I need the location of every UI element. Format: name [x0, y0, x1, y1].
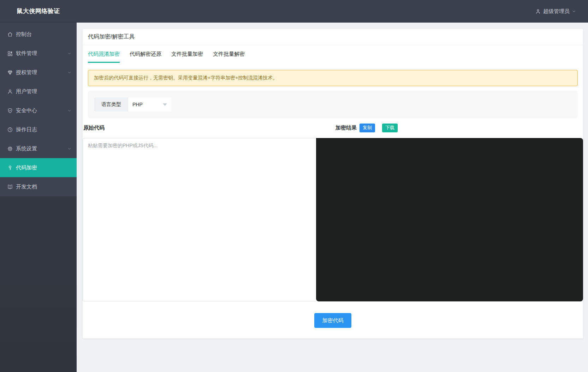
sidebar-item-label: 代码加密	[16, 164, 37, 171]
user-name: 超级管理员	[543, 8, 570, 15]
user-icon	[7, 89, 13, 95]
apps-icon	[7, 50, 13, 56]
tool-card: 代码加密/解密工具 代码混淆加密 代码解密还原 文件批量加密 文件批量解密 加密…	[83, 29, 583, 338]
result-label: 加密结果	[335, 125, 357, 131]
sidebar-menu: 控制台 软件管理 授权管理 用户管理	[0, 23, 77, 196]
language-label: 语言类型	[94, 97, 128, 112]
content-area: 代码加密/解密工具 代码混淆加密 代码解密还原 文件批量加密 文件批量解密 加密…	[77, 23, 588, 372]
sidebar-item-software[interactable]: 软件管理	[0, 44, 77, 63]
tab-bar: 代码混淆加密 代码解密还原 文件批量加密 文件批量解密	[83, 51, 583, 63]
language-group: 语言类型 PHP	[94, 97, 171, 112]
book-icon	[7, 184, 13, 190]
sidebar-item-label: 授权管理	[16, 69, 37, 76]
sidebar-item-license[interactable]: 授权管理	[0, 63, 77, 82]
download-button[interactable]: 下载	[382, 124, 398, 132]
encrypt-code-button[interactable]: 加密代码	[314, 313, 351, 328]
sidebar-item-label: 控制台	[16, 31, 32, 38]
action-row: 加密代码	[83, 313, 583, 328]
sidebar: 鼠大侠网络验证 控制台 软件管理 授权管理	[0, 0, 77, 372]
copy-button[interactable]: 复制	[360, 124, 375, 132]
source-label: 原始代码	[83, 125, 105, 131]
sidebar-item-label: 系统设置	[16, 145, 37, 152]
sidebar-item-settings[interactable]: 系统设置	[0, 139, 77, 158]
chevron-down-icon	[67, 108, 72, 113]
sidebar-item-dashboard[interactable]: 控制台	[0, 25, 77, 44]
sidebar-item-label: 用户管理	[16, 88, 37, 95]
home-icon	[7, 31, 13, 37]
sidebar-item-label: 软件管理	[16, 50, 37, 57]
page-title: 代码加密/解密工具	[88, 33, 135, 41]
tab-obfuscate-encrypt[interactable]: 代码混淆加密	[88, 51, 120, 63]
encrypted-result-output[interactable]	[316, 138, 583, 301]
gem-icon	[7, 70, 13, 76]
info-alert: 加密后的代码可直接运行，无需密钥。采用变量混淆+字符串加密+控制流混淆技术。	[88, 70, 578, 86]
sidebar-item-logs[interactable]: 操作日志	[0, 120, 77, 139]
shield-check-icon	[7, 108, 13, 114]
app-logo: 鼠大侠网络验证	[0, 0, 77, 23]
key-icon	[7, 165, 13, 171]
user-avatar-icon	[535, 8, 541, 14]
result-label-wrap: 加密结果 复制 下载	[316, 124, 583, 132]
user-menu[interactable]: 超级管理员	[535, 8, 576, 15]
source-label-wrap: 原始代码	[83, 125, 316, 131]
chevron-down-icon	[67, 70, 72, 75]
editors-row	[83, 138, 583, 301]
editor-labels-row: 原始代码 加密结果 复制 下载	[83, 123, 583, 132]
sidebar-item-code-encrypt[interactable]: 代码加密	[0, 158, 77, 177]
tab-batch-encrypt[interactable]: 文件批量加密	[171, 51, 203, 63]
card-header: 代码加密/解密工具	[83, 29, 583, 45]
language-value: PHP	[132, 102, 143, 107]
language-select[interactable]: PHP	[128, 97, 171, 112]
sidebar-item-docs[interactable]: 开发文档	[0, 177, 77, 196]
topbar: 超级管理员	[77, 0, 588, 23]
gear-icon	[7, 146, 13, 152]
tab-decrypt-restore[interactable]: 代码解密还原	[130, 51, 161, 63]
sidebar-item-label: 安全中心	[16, 107, 37, 114]
main-column: 超级管理员 代码加密/解密工具 代码混淆加密 代码解密还原 文件批量加密 文件批…	[77, 0, 588, 372]
chevron-down-icon	[67, 51, 72, 56]
alert-text: 加密后的代码可直接运行，无需密钥。采用变量混淆+字符串加密+控制流混淆技术。	[94, 75, 278, 81]
sidebar-item-security[interactable]: 安全中心	[0, 101, 77, 120]
sidebar-item-label: 操作日志	[16, 126, 37, 133]
source-code-input[interactable]	[83, 138, 316, 301]
app-root: 鼠大侠网络验证 控制台 软件管理 授权管理	[0, 0, 588, 372]
caret-down-icon	[163, 103, 167, 106]
tab-batch-decrypt[interactable]: 文件批量解密	[213, 51, 245, 63]
sidebar-item-users[interactable]: 用户管理	[0, 82, 77, 101]
sidebar-item-label: 开发文档	[16, 184, 37, 190]
options-panel: 语言类型 PHP	[88, 91, 578, 118]
chevron-down-icon	[572, 9, 576, 13]
chevron-down-icon	[67, 146, 72, 151]
clock-icon	[7, 127, 13, 133]
